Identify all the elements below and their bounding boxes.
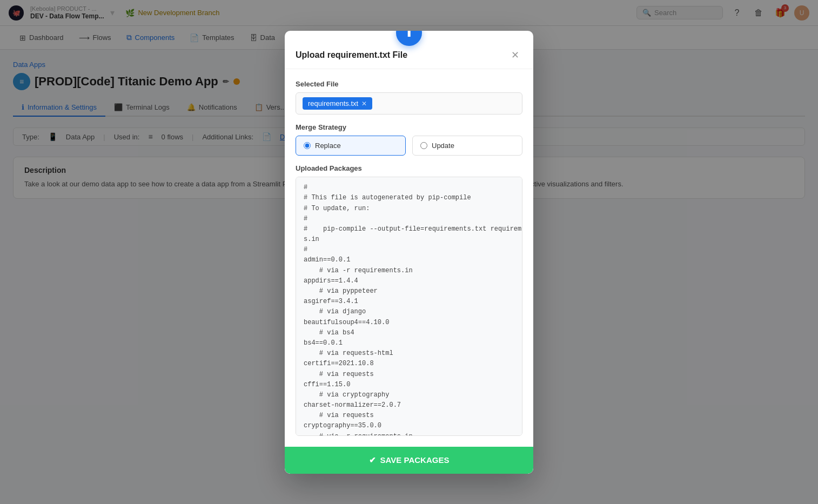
modal-icon-spacer: ⬆: [285, 31, 533, 40]
selected-file-section: Selected File requirements.txt ✕: [296, 80, 522, 115]
replace-radio[interactable]: [304, 142, 311, 149]
modal-title: Upload requirement.txt File: [296, 50, 407, 60]
merge-option-update[interactable]: Update: [412, 136, 522, 156]
modal-close-button[interactable]: ✕: [508, 49, 522, 61]
packages-content[interactable]: # # This file is autogenerated by pip-co…: [296, 177, 522, 216]
merge-strategy-options: Replace Update: [296, 136, 522, 156]
upload-modal: ⬆ Upload requirement.txt File ✕ Selected…: [285, 31, 533, 216]
uploaded-packages-section: Uploaded Packages # # This file is autog…: [296, 164, 522, 216]
upload-arrow-icon: ⬆: [404, 31, 414, 40]
file-tag-name: requirements.txt: [308, 99, 358, 107]
merge-option-replace[interactable]: Replace: [296, 136, 406, 156]
selected-file-label: Selected File: [296, 80, 522, 88]
update-radio[interactable]: [420, 142, 427, 149]
replace-label: Replace: [315, 142, 341, 150]
file-input-area[interactable]: requirements.txt ✕: [296, 92, 522, 115]
file-tag-remove-icon[interactable]: ✕: [361, 100, 367, 107]
merge-strategy-section: Merge Strategy Replace Update: [296, 123, 522, 156]
modal-body: Selected File requirements.txt ✕ Merge S…: [285, 69, 533, 216]
uploaded-packages-label: Uploaded Packages: [296, 164, 522, 172]
file-tag: requirements.txt ✕: [303, 97, 372, 110]
update-label: Update: [432, 142, 454, 150]
merge-strategy-label: Merge Strategy: [296, 123, 522, 131]
modal-overlay: ⬆ Upload requirement.txt File ✕ Selected…: [0, 0, 818, 216]
